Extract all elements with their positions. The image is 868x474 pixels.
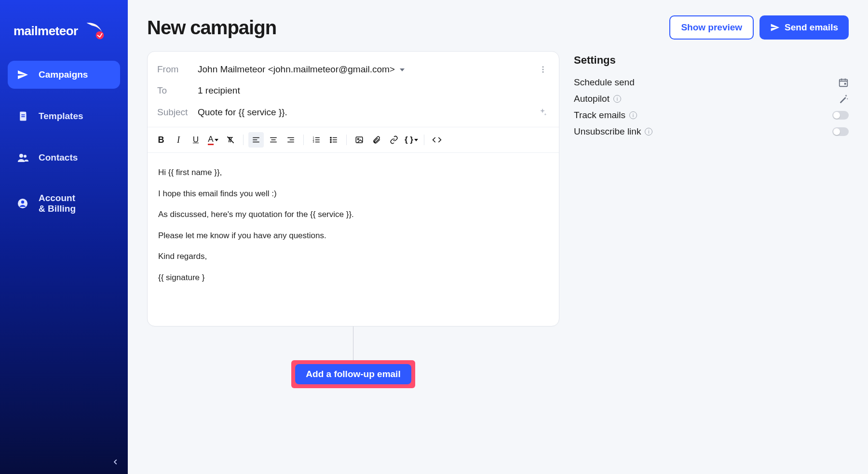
align-right-button[interactable] [283, 132, 298, 148]
email-body-editor[interactable]: Hi {{ first name }}, I hope this email f… [148, 153, 559, 326]
svg-point-15 [330, 139, 331, 140]
sidebar-item-label: Account & Billing [39, 193, 76, 214]
svg-point-0 [95, 31, 104, 40]
toolbar-separator [424, 135, 424, 145]
toggle-unsubscribe-link[interactable] [832, 127, 849, 136]
from-row[interactable]: From John Mailmeteor <john.mailmeteor@gm… [157, 58, 549, 81]
body-line: I hope this email finds you well :) [158, 188, 548, 200]
to-value: 1 recipient [198, 85, 549, 96]
meteor-logo-icon [84, 20, 105, 41]
svg-point-18 [357, 138, 359, 140]
sidebar-item-account-billing[interactable]: Account & Billing [8, 185, 120, 222]
info-icon[interactable]: i [629, 111, 637, 119]
setting-label-text: Schedule send [574, 77, 635, 88]
sidebar: mailmeteor Campaigns Templa [0, 0, 128, 474]
sidebar-item-label: Templates [39, 111, 83, 122]
settings-heading: Settings [574, 54, 849, 67]
setting-autopilot[interactable]: Autopilot i [574, 91, 849, 107]
align-left-button[interactable] [248, 132, 264, 148]
code-view-button[interactable] [429, 132, 445, 148]
wand-icon[interactable] [838, 94, 849, 104]
toolbar-separator [243, 135, 244, 145]
unordered-list-button[interactable] [326, 132, 341, 148]
document-icon [16, 110, 29, 122]
settings-panel: Settings Schedule send Autopilot i [574, 51, 849, 140]
svg-point-14 [330, 137, 331, 138]
body-line: Kind regards, [158, 250, 548, 263]
setting-schedule-send[interactable]: Schedule send [574, 74, 849, 91]
underline-button[interactable]: U [188, 132, 203, 148]
from-label: From [157, 64, 198, 75]
calendar-icon[interactable] [838, 77, 849, 88]
connector-line [353, 326, 353, 360]
toggle-track-emails[interactable] [832, 111, 849, 120]
page-title: New campaign [147, 17, 276, 39]
editor-column: From John Mailmeteor <john.mailmeteor@gm… [147, 51, 559, 388]
main-content: New campaign Show preview Send emails Fr… [128, 0, 868, 474]
svg-point-7 [21, 201, 24, 203]
header-actions: Show preview Send emails [669, 15, 849, 40]
italic-button[interactable]: I [171, 132, 186, 148]
clear-format-button[interactable] [223, 132, 238, 148]
toolbar-separator [303, 135, 304, 145]
body-line: {{ signature } [158, 271, 548, 284]
followup-section: Add a follow-up email [147, 326, 559, 388]
setting-unsubscribe-link[interactable]: Unsubscribe link i [574, 123, 849, 140]
svg-rect-17 [356, 137, 363, 143]
align-center-button[interactable] [266, 132, 281, 148]
svg-rect-20 [844, 83, 846, 85]
header: New campaign Show preview Send emails [147, 15, 849, 40]
send-icon [16, 68, 29, 81]
svg-rect-3 [21, 116, 25, 117]
user-circle-icon [16, 197, 29, 210]
sidebar-item-templates[interactable]: Templates [8, 102, 120, 130]
svg-rect-19 [840, 80, 848, 87]
more-menu-button[interactable] [537, 63, 549, 76]
people-icon [16, 151, 29, 164]
svg-point-4 [19, 154, 23, 158]
subject-value: Quote for {{ service }}. [198, 107, 536, 118]
content-row: From John Mailmeteor <john.mailmeteor@gm… [147, 51, 849, 388]
add-followup-button[interactable]: Add a follow-up email [295, 364, 411, 384]
svg-point-8 [542, 66, 544, 68]
subject-row[interactable]: Subject Quote for {{ service }}. [157, 101, 549, 124]
send-emails-button[interactable]: Send emails [760, 15, 849, 40]
collapse-sidebar-button[interactable] [112, 459, 119, 465]
show-preview-button[interactable]: Show preview [669, 15, 754, 40]
setting-track-emails[interactable]: Track emails i [574, 107, 849, 123]
editor-toolbar: B I U A [148, 127, 559, 153]
body-line: As discussed, here's my quotation for th… [158, 208, 548, 221]
editor-card: From John Mailmeteor <john.mailmeteor@gm… [147, 51, 559, 326]
to-row[interactable]: To 1 recipient [157, 81, 549, 101]
info-icon[interactable]: i [613, 95, 621, 103]
svg-point-5 [24, 155, 27, 158]
setting-label-text: Unsubscribe link [574, 126, 641, 137]
setting-label-text: Track emails [574, 110, 625, 121]
svg-rect-2 [21, 114, 25, 115]
sidebar-item-label: Campaigns [39, 69, 88, 80]
body-line: Please let me know if you have any quest… [158, 230, 548, 242]
attachment-button[interactable] [369, 132, 384, 148]
svg-point-10 [542, 71, 544, 73]
toolbar-separator [346, 135, 347, 145]
subject-label: Subject [157, 107, 198, 118]
info-icon[interactable]: i [645, 128, 652, 135]
text-color-button[interactable]: A [205, 132, 221, 148]
sidebar-item-contacts[interactable]: Contacts [8, 144, 120, 172]
compose-fields: From John Mailmeteor <john.mailmeteor@gm… [148, 52, 559, 127]
followup-highlight: Add a follow-up email [291, 360, 415, 388]
variables-button[interactable]: { } [404, 132, 419, 148]
sparkle-icon[interactable] [536, 106, 549, 119]
bold-button[interactable]: B [153, 132, 169, 148]
svg-point-9 [542, 69, 544, 70]
body-line: Hi {{ first name }}, [158, 166, 548, 179]
brand-name: mailmeteor [14, 24, 78, 39]
to-label: To [157, 85, 198, 96]
from-value: John Mailmeteor <john.mailmeteor@gmail.c… [198, 64, 537, 75]
sidebar-item-campaigns[interactable]: Campaigns [8, 61, 120, 89]
image-button[interactable] [352, 132, 367, 148]
ordered-list-button[interactable]: 123 [309, 132, 324, 148]
svg-point-16 [330, 141, 331, 142]
link-button[interactable] [386, 132, 402, 148]
sidebar-item-label: Contacts [39, 152, 78, 163]
